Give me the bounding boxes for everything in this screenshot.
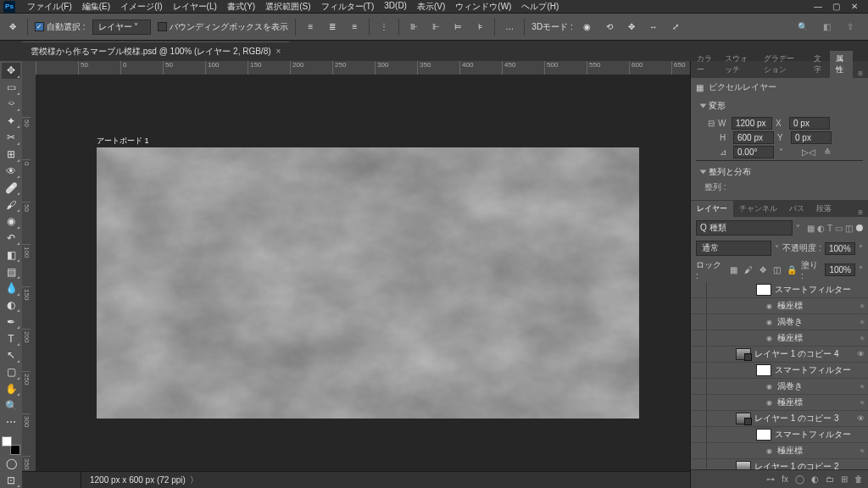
layer-row[interactable]: 👁◉極座標≈	[691, 395, 868, 411]
edit-toolbar[interactable]: ⋯	[2, 414, 20, 430]
layer-badge[interactable]: ≈	[860, 318, 865, 326]
hand-tool[interactable]: ✋	[2, 381, 20, 397]
visibility-icon[interactable]: 👁	[691, 398, 706, 407]
doc-info[interactable]: 1200 px x 600 px (72 ppi) 〉	[81, 474, 198, 486]
layer-name[interactable]: スマートフィルター	[775, 429, 865, 441]
fg-color[interactable]	[2, 436, 12, 446]
layer-thumbnail[interactable]	[756, 364, 771, 376]
layer-badge[interactable]: ≈	[860, 382, 865, 391]
visibility-icon[interactable]: 👁	[691, 302, 706, 310]
show-bbox-checkbox[interactable]: バウンディングボックスを表示	[158, 21, 288, 33]
visibility-icon[interactable]: 👁	[691, 382, 706, 391]
3d-icon[interactable]: ◉	[580, 19, 595, 35]
layer-thumbnail[interactable]	[736, 348, 751, 360]
delete-layer-icon[interactable]: 🗑	[854, 474, 863, 484]
layer-name[interactable]: 極座標	[777, 445, 857, 457]
group-icon[interactable]: 🗀	[826, 474, 834, 484]
align-section[interactable]: 整列と分布	[696, 163, 863, 181]
share-icon[interactable]: ⇪	[843, 19, 858, 35]
align-icon[interactable]: ⊨	[450, 19, 465, 35]
type-tool[interactable]: T	[2, 330, 20, 347]
search-icon[interactable]: 🔍	[795, 19, 810, 35]
layer-name[interactable]: 極座標	[777, 300, 857, 312]
align-icon[interactable]: ⊧	[472, 19, 487, 35]
auto-select-target-select[interactable]: レイヤー ˅	[92, 19, 152, 35]
link-wh-icon[interactable]: ⊟	[708, 119, 715, 128]
fill-field[interactable]: 100%	[825, 263, 855, 276]
visibility-icon[interactable]: 👁	[691, 366, 706, 374]
visibility-icon[interactable]: 👁	[691, 350, 706, 358]
layer-thumbnail[interactable]	[756, 284, 771, 296]
menu-item[interactable]: フィルター(T)	[316, 1, 380, 13]
flip-v-icon[interactable]: ≙	[824, 147, 831, 157]
brush-tool[interactable]: 🖌	[2, 197, 20, 213]
menu-item[interactable]: 3D(D)	[379, 1, 412, 13]
panel-tab[interactable]: グラデーション	[758, 51, 808, 78]
menu-item[interactable]: イメージ(I)	[115, 1, 167, 13]
visibility-icon[interactable]: 👁	[691, 430, 706, 439]
layer-name[interactable]: スマートフィルター	[775, 364, 865, 376]
layer-name[interactable]: スマートフィルター	[775, 284, 865, 296]
visibility-icon[interactable]: 👁	[691, 286, 706, 294]
stamp-tool[interactable]: ◉	[2, 214, 20, 230]
angle-field[interactable]: 0.00°	[733, 146, 774, 158]
panel-menu-icon[interactable]: ≡	[853, 69, 868, 78]
layer-name[interactable]: 渦巻き	[777, 380, 857, 392]
panel-tab[interactable]: 属性	[830, 51, 853, 78]
blur-tool[interactable]: 💧	[2, 280, 20, 297]
filter-shape-icon[interactable]: ▭	[835, 224, 843, 233]
zoom-level[interactable]	[41, 472, 81, 488]
lock-brush-icon[interactable]: 🖌	[743, 264, 754, 276]
distribute-icon[interactable]: ⋮	[376, 19, 392, 35]
panel-tab[interactable]: スウォッチ	[719, 51, 758, 78]
lock-artboard-icon[interactable]: ◫	[771, 264, 783, 276]
close-tab-icon[interactable]: ×	[276, 47, 281, 56]
layer-row[interactable]: 👁◉極座標≈	[691, 298, 868, 314]
close-button[interactable]: ✕	[851, 2, 860, 11]
layer-name[interactable]: 渦巻き	[777, 316, 857, 328]
visibility-icon[interactable]: 👁	[691, 463, 706, 469]
layer-name[interactable]: レイヤー 1 のコピー 4	[754, 348, 854, 360]
x-field[interactable]: 0 px	[789, 117, 830, 130]
panel-tab[interactable]: 文字	[808, 51, 831, 78]
visibility-icon[interactable]: 👁	[691, 318, 706, 326]
lock-pixels-icon[interactable]: ▦	[728, 264, 740, 276]
crop-tool[interactable]: ✂	[2, 130, 20, 146]
layer-row[interactable]: 👁◉渦巻き≈	[691, 379, 868, 395]
more-icon[interactable]: …	[502, 19, 517, 35]
auto-select-checkbox[interactable]: ✓自動選択 :	[35, 21, 86, 33]
align-icon[interactable]: ≣	[325, 19, 340, 35]
fx-icon[interactable]: fx	[782, 474, 788, 484]
layer-row[interactable]: 👁レイヤー 1 のコピー 2	[691, 459, 868, 469]
minimize-button[interactable]: —	[814, 2, 822, 11]
eyedropper-tool[interactable]: 👁	[2, 164, 20, 180]
align-icon[interactable]: ⊩	[428, 19, 443, 35]
filter-toggle[interactable]	[856, 225, 863, 231]
visibility-icon[interactable]: 👁	[691, 446, 706, 455]
quickmask-tool[interactable]: ◯	[2, 456, 20, 472]
layer-row[interactable]: 👁◉渦巻き≈	[691, 314, 868, 330]
layer-thumbnail[interactable]	[756, 429, 771, 441]
flip-h-icon[interactable]: ▷◁	[802, 147, 815, 157]
panel-tab[interactable]: カラー	[691, 51, 719, 78]
3d-icon[interactable]: ⤢	[668, 19, 683, 35]
maximize-button[interactable]: ▢	[832, 2, 841, 11]
align-icon[interactable]: ⊪	[406, 19, 421, 35]
dodge-tool[interactable]: ◐	[2, 297, 20, 313]
visibility-icon[interactable]: 👁	[691, 414, 706, 423]
panel-tab[interactable]: レイヤー	[691, 201, 733, 217]
menu-item[interactable]: 書式(Y)	[222, 1, 260, 13]
lock-all-icon[interactable]: 🔒	[786, 264, 798, 276]
menu-item[interactable]: レイヤー(L)	[168, 1, 222, 13]
layer-row[interactable]: 👁スマートフィルター	[691, 363, 868, 379]
y-field[interactable]: 0 px	[791, 131, 832, 144]
3d-icon[interactable]: ⟲	[602, 19, 617, 35]
frame-tool[interactable]: ⊞	[2, 147, 20, 163]
layer-row[interactable]: 👁◉極座標≈	[691, 330, 868, 347]
layer-badge[interactable]: 👁	[857, 414, 865, 423]
document-tab[interactable]: 雲模様から作るマーブル模様.psd @ 100% (レイヤー 2, RGB/8)…	[22, 42, 289, 61]
filter-smart-icon[interactable]: ◫	[845, 224, 853, 233]
adjustment-icon[interactable]: ◐	[811, 474, 819, 484]
menu-item[interactable]: 表示(V)	[412, 1, 450, 13]
height-field[interactable]: 600 px	[733, 131, 774, 144]
